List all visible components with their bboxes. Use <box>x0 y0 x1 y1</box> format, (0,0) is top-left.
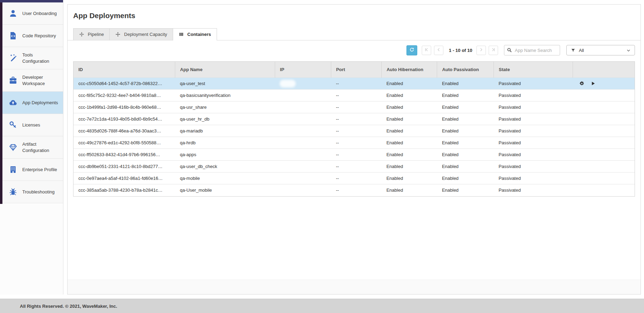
sidebar-item-troubleshooting[interactable]: Troubleshooting <box>2 181 63 203</box>
tab-containers[interactable]: Containers <box>173 28 217 40</box>
tab-pipeline[interactable]: Pipeline <box>73 28 110 40</box>
sidebar-item-label: Tools Configuration <box>22 52 61 64</box>
actions-cell <box>573 113 635 125</box>
port-cell: -- <box>331 125 381 137</box>
ip-cell <box>275 184 331 196</box>
sidebar-item-app-deployments[interactable]: App Deployments <box>2 92 63 114</box>
auto-hibernation-cell: Enabled <box>381 101 437 113</box>
table-row[interactable]: ccc-1b499fa1-2d98-416b-8c4b-960e68…qa-us… <box>73 101 635 113</box>
next-page-button[interactable] <box>476 46 486 55</box>
toolbar: 1 - 10 of 10 All <box>68 40 641 55</box>
auto-passivation-cell: Enabled <box>437 113 494 125</box>
port-cell: -- <box>331 173 381 184</box>
sidebar-menu: User OnboardingCode RepositoryTools Conf… <box>2 2 63 203</box>
table-row[interactable]: ccc-ff502633-8432-41d4-97b6-996156…qa-ap… <box>73 149 635 161</box>
content-card: App Deployments PipelineDeployment Capac… <box>67 4 641 295</box>
sidebar-item-enterprise-profile[interactable]: Enterprise Profile <box>2 159 63 181</box>
auto-hibernation-cell: Enabled <box>381 137 437 149</box>
app-name-cell: qa-User_mobile <box>175 184 275 196</box>
briefcase-icon <box>9 76 17 85</box>
actions-cell <box>573 161 635 173</box>
copyright-text: All Rights Reserved. © 2021, WaveMaker, … <box>20 304 117 309</box>
actions-cell <box>573 173 635 184</box>
auto-hibernation-cell: Enabled <box>381 173 437 184</box>
redacted-ip-blob <box>280 80 296 87</box>
sidebar-left-accent <box>0 2 2 204</box>
ip-cell <box>275 161 331 173</box>
state-cell: Passivated <box>494 184 573 196</box>
table-row[interactable]: ccc-49c27876-ed1c-4292-b0f8-550588…qa-hr… <box>73 137 635 149</box>
redacted-ip-blob <box>280 139 296 147</box>
sidebar-item-developer-workspace[interactable]: Developer Workspace <box>2 69 63 92</box>
auto-passivation-cell: Enabled <box>437 90 494 101</box>
table-row[interactable]: ccc-c5050d64-1452-4c57-872b-086322…qa-us… <box>73 78 635 90</box>
column-header-id: ID <box>73 62 175 78</box>
app-name-cell: qa-apps <box>175 149 275 161</box>
port-cell: -- <box>331 90 381 101</box>
auto-hibernation-cell: Enabled <box>381 113 437 125</box>
column-header-state: State <box>494 62 573 78</box>
refresh-button[interactable] <box>406 45 417 55</box>
auto-passivation-cell: Enabled <box>437 149 494 161</box>
column-header-ip: IP <box>275 62 331 78</box>
auto-hibernation-cell: Enabled <box>381 78 437 90</box>
table-row[interactable]: ccc-7e72c1da-4193-4b05-b8d0-6b9c54…qa-us… <box>73 113 635 125</box>
sidebar-top-accent <box>0 0 63 2</box>
column-header-auto-passivation: Auto Passivation <box>437 62 494 78</box>
tab-deployment-capacity[interactable]: Deployment Capacity <box>109 28 173 40</box>
redacted-ip-blob <box>280 163 296 170</box>
sidebar-item-user-onboarding[interactable]: User Onboarding <box>2 2 63 25</box>
table-row[interactable]: ccc-db9be051-2331-4121-8c10-8bd277…qa-us… <box>73 161 635 173</box>
bug-icon <box>9 188 17 196</box>
auto-hibernation-cell: Enabled <box>381 161 437 173</box>
search-box <box>504 45 560 55</box>
ip-cell <box>275 90 331 101</box>
containers-table: IDApp NameIPPortAuto HibernationAuto Pas… <box>73 61 635 197</box>
first-page-button[interactable] <box>422 46 431 55</box>
port-cell: -- <box>331 137 381 149</box>
row-start-button[interactable] <box>590 81 596 86</box>
sidebar-item-tools-configuration[interactable]: Tools Configuration <box>2 47 63 69</box>
port-cell: -- <box>331 184 381 196</box>
table-row[interactable]: ccc-4835d026-788f-46ea-a76d-30aac3…qa-ma… <box>73 125 635 137</box>
search-icon <box>507 47 512 53</box>
container-id-cell: ccc-7e72c1da-4193-4b05-b8d0-6b9c54… <box>73 113 175 125</box>
auto-passivation-cell: Enabled <box>437 184 494 196</box>
app-name-search-input[interactable] <box>504 45 560 55</box>
table-row[interactable]: ccc-0e97aea4-a5af-4102-86a1-fd60e16…qa-m… <box>73 173 635 184</box>
pagination-status: 1 - 10 of 10 <box>449 48 472 53</box>
table-row[interactable]: ccc-385aa5ab-3788-4230-b78a-b2841c…qa-Us… <box>73 184 635 196</box>
move-icon <box>115 32 121 37</box>
redacted-ip-blob <box>280 104 296 111</box>
sidebar-item-code-repository[interactable]: Code Repository <box>2 25 63 47</box>
columns-icon <box>179 32 184 37</box>
first-page-icon <box>424 47 429 53</box>
sidebar-item-licenses[interactable]: Licenses <box>2 114 63 136</box>
sidebar-item-label: User Onboarding <box>22 10 57 17</box>
building-icon <box>9 165 17 174</box>
tab-bar: PipelineDeployment CapacityContainers <box>68 28 641 40</box>
row-settings-button[interactable] <box>579 81 584 86</box>
table-row[interactable]: ccc-f85c75c2-9232-4ee7-b404-9810a8…qa-ba… <box>73 90 635 101</box>
state-cell: Passivated <box>494 149 573 161</box>
auto-passivation-cell: Enabled <box>437 161 494 173</box>
container-id-cell: ccc-385aa5ab-3788-4230-b78a-b2841c… <box>73 184 175 196</box>
auto-passivation-cell: Enabled <box>437 137 494 149</box>
card-bottom-strip <box>68 280 641 294</box>
state-filter-dropdown[interactable]: All <box>566 45 635 55</box>
prev-page-button[interactable] <box>434 46 443 55</box>
gem-icon <box>9 143 17 152</box>
last-page-icon <box>491 47 496 53</box>
app-name-cell: qa-basicsanityverification <box>175 90 275 101</box>
auto-passivation-cell: Enabled <box>437 78 494 90</box>
key-icon <box>9 121 17 129</box>
state-cell: Passivated <box>494 173 573 184</box>
sidebar-item-artifact-configuration[interactable]: Artifact Configuration <box>2 136 63 159</box>
tab-label: Containers <box>187 32 211 37</box>
app-name-cell: qa-user_hr_db <box>175 113 275 125</box>
sidebar-item-label: Licenses <box>22 122 40 128</box>
column-header-port: Port <box>331 62 381 78</box>
redacted-ip-blob <box>280 127 296 135</box>
last-page-button[interactable] <box>489 46 498 55</box>
auto-hibernation-cell: Enabled <box>381 90 437 101</box>
